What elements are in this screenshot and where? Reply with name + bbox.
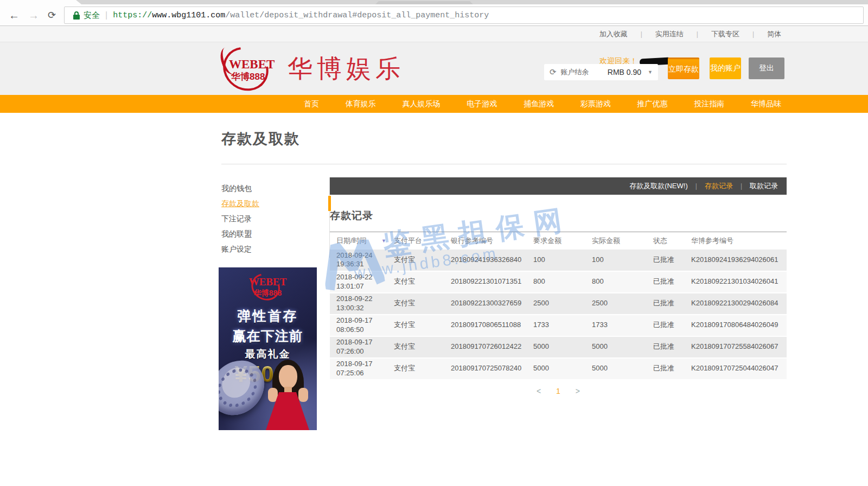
tab-deposit-history[interactable]: 存款记录 [705, 181, 733, 191]
table-row: 2018-09-2213:01:07 支付宝 20180922130107135… [330, 271, 787, 293]
link-download-zone[interactable]: 下载专区 [711, 29, 739, 39]
balance-label: 账户结余 [561, 67, 589, 77]
status-badge: 已批准 [653, 358, 691, 380]
site-name: 华博娱乐 [288, 52, 405, 86]
table-row: 2018-09-1708:06:50 支付宝 20180917080651108… [330, 315, 787, 336]
nav-item-promotions[interactable]: 推广优惠 [637, 99, 668, 109]
column-datetime[interactable]: 日期/时间 ▼ [330, 232, 394, 250]
nav-item-lottery[interactable]: 彩票游戏 [580, 99, 611, 109]
next-page-button[interactable]: > [576, 387, 580, 395]
webet-logo-mark: WEBET 华博888 [221, 46, 282, 92]
balance-box: ⟳ 账户结余 RMB 0.90 ▼ [544, 64, 658, 80]
table-row: 2018-09-1707:26:00 支付宝 20180917072601242… [330, 336, 787, 358]
browser-chrome: ← → ⟳ 安全 | https://www.wbg1101.com/walle… [0, 0, 868, 26]
page-title: 存款及取款 [221, 129, 787, 149]
tab-withdraw-history[interactable]: 取款记录 [750, 181, 778, 191]
link-add-favorite[interactable]: 加入收藏 [599, 29, 628, 39]
chevron-down-icon[interactable]: ▼ [648, 69, 653, 75]
column-platform: 支付平台 [394, 232, 451, 250]
tab-deposit-withdrawal-new[interactable]: 存款及取款(NEW!) [629, 181, 688, 191]
main-panel: 存款及取款(NEW!) | 存款记录 | 取款记录 存款记录 日期/时间 ▼ 支… [330, 177, 787, 430]
nav-item-webet-taste[interactable]: 华博品味 [751, 99, 781, 109]
sidebar-item-betting-records[interactable]: 下注记录 [221, 211, 329, 226]
table-row: 2018-09-2419:36:31 支付宝 20180924193632684… [330, 250, 787, 271]
browser-toolbar: ← → ⟳ 安全 | https://www.wbg1101.com/walle… [0, 4, 868, 26]
column-ref: 华博参考编号 [691, 232, 787, 250]
nav-item-live-casino[interactable]: 真人娱乐场 [403, 99, 441, 109]
link-useful-links[interactable]: 实用连结 [655, 29, 684, 39]
content-area: 存款及取款 我的钱包 存款及取款 下注记录 我的联盟 账户设定 WEBET 华博… [221, 113, 787, 430]
forward-icon[interactable]: → [28, 8, 39, 22]
sort-icon[interactable]: ▼ [381, 238, 386, 244]
link-language-simplified[interactable]: 简体 [767, 29, 781, 39]
banner-line2: 赢在下注前 [219, 327, 317, 345]
column-requested: 要求金额 [533, 232, 592, 250]
browser-tab-strip [0, 0, 868, 4]
site-logo[interactable]: WEBET 华博888 华博娱乐 [221, 46, 405, 92]
url-path: /wallet/deposit_withdrawal#deposit_all_p… [225, 11, 489, 20]
column-bank-ref: 银行参考编号 [451, 232, 533, 250]
page-number[interactable]: 1 [556, 387, 560, 395]
url-scheme: https:// [113, 11, 152, 20]
sidebar-item-my-affiliate[interactable]: 我的联盟 [221, 226, 329, 241]
lock-icon [73, 11, 80, 20]
nav-item-betting-guide[interactable]: 投注指南 [694, 99, 724, 109]
sidebar-item-account-settings[interactable]: 账户设定 [221, 241, 329, 257]
my-account-button[interactable]: 我的账户 [710, 57, 741, 79]
refresh-balance-icon[interactable]: ⟳ [550, 67, 557, 77]
logout-button[interactable]: 登出 [749, 57, 784, 79]
back-icon[interactable]: ← [9, 8, 20, 22]
secure-label[interactable]: 安全 [84, 10, 100, 21]
reload-icon[interactable]: ⟳ [48, 8, 56, 22]
column-status: 状态 [653, 232, 691, 250]
status-badge: 已批准 [653, 250, 691, 271]
pagination: < 1 > [330, 387, 787, 395]
sidebar-menu: 我的钱包 存款及取款 下注记录 我的联盟 账户设定 [221, 177, 330, 258]
title-divider [221, 164, 787, 164]
prev-page-button[interactable]: < [537, 387, 541, 395]
balance-value: RMB 0.90 [608, 68, 641, 76]
sidebar-item-my-wallet[interactable]: 我的钱包 [221, 181, 329, 196]
banner-line1: 弹性首存 [219, 307, 317, 325]
status-badge: 已批准 [653, 336, 691, 358]
sidebar: 我的钱包 存款及取款 下注记录 我的联盟 账户设定 WEBET 华博888 弹性… [221, 177, 330, 430]
table-row: 2018-09-1707:25:06 支付宝 20180917072507824… [330, 358, 787, 380]
page-url[interactable]: https://www.wbg1101.com/wallet/deposit_w… [113, 11, 489, 20]
banner-logo: WEBET 华博888 [219, 276, 317, 298]
status-badge: 已批准 [653, 315, 691, 336]
logo-888-text: 华博888 [231, 71, 265, 83]
promo-banner[interactable]: WEBET 华博888 弹性首存 赢在下注前 最高礼金 ¥5000 [219, 267, 317, 430]
banner-model-graphic [262, 360, 314, 430]
column-actual: 实际金额 [592, 232, 653, 250]
nav-item-sports[interactable]: 体育娱乐 [346, 99, 376, 109]
main-nav: 首页 体育娱乐 真人娱乐场 电子游戏 捕鱼游戏 彩票游戏 推广优惠 投注指南 华… [0, 95, 868, 113]
section-title: 存款记录 [330, 209, 787, 223]
status-badge: 已批准 [653, 271, 691, 293]
nav-item-fishing[interactable]: 捕鱼游戏 [524, 99, 554, 109]
quick-links-bar: 加入收藏 | 实用连结 | 下载专区 | 简体 [0, 26, 868, 42]
history-tab-bar: 存款及取款(NEW!) | 存款记录 | 取款记录 [330, 177, 787, 195]
logo-webet-text: WEBET [229, 57, 275, 72]
browser-active-tab[interactable] [0, 0, 81, 4]
address-separator: | [105, 10, 107, 20]
nav-item-slots[interactable]: 电子游戏 [467, 99, 497, 109]
nav-item-home[interactable]: 首页 [304, 99, 319, 109]
site-header: WEBET 华博888 华博娱乐 欢迎回来！ ⟳ 账户结余 RMB 0.90 ▼… [0, 42, 868, 95]
sidebar-item-deposit-withdrawal[interactable]: 存款及取款 [221, 196, 329, 211]
table-row: 2018-09-2213:00:32 支付宝 20180922130032765… [330, 293, 787, 315]
status-badge: 已批准 [653, 293, 691, 315]
address-bar[interactable]: 安全 | https://www.wbg1101.com/wallet/depo… [64, 7, 864, 24]
url-domain: www.wbg1101.com [152, 11, 225, 20]
deposit-records-table: 日期/时间 ▼ 支付平台 银行参考编号 要求金额 实际金额 状态 华博参考编号 … [330, 232, 787, 380]
table-header-row: 日期/时间 ▼ 支付平台 银行参考编号 要求金额 实际金额 状态 华博参考编号 [330, 232, 787, 250]
deposit-now-button[interactable]: 立即存款 [668, 57, 699, 79]
